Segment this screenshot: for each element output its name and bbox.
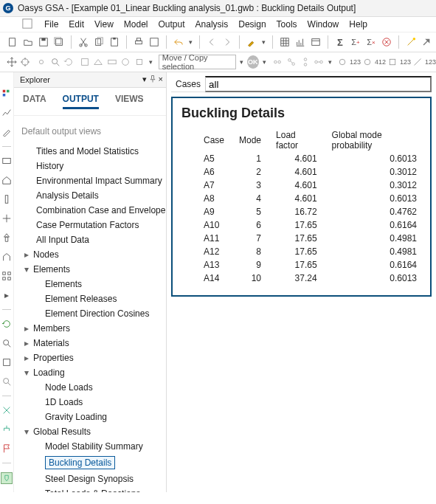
tree-environmental-impact-summary[interactable]: Environmental Impact Summary	[20, 173, 163, 188]
tree-members[interactable]: Members	[20, 321, 163, 336]
move-copy-selector[interactable]: Move / Copy selection	[159, 55, 236, 69]
menu-output[interactable]: Output	[159, 17, 185, 32]
zoom-icon[interactable]	[49, 55, 61, 69]
sigma-icon[interactable]: Σ	[333, 35, 347, 49]
paste-icon[interactable]	[108, 35, 121, 49]
strip-search-icon[interactable]	[1, 338, 12, 348]
tree-global-results[interactable]: Global Results	[20, 424, 163, 439]
tree-combination-case-and-envelope-d[interactable]: Combination Case and Envelope D	[20, 203, 163, 218]
target-icon[interactable]	[20, 55, 32, 69]
menu-analysis[interactable]: Analysis	[195, 17, 229, 32]
tree-case-permutation-factors[interactable]: Case Permutation Factors	[20, 218, 163, 232]
strip-home-icon[interactable]	[1, 175, 12, 185]
tree-history[interactable]: History	[20, 159, 163, 173]
close-icon[interactable]: ×	[159, 75, 163, 85]
strip-tree-icon[interactable]	[1, 424, 12, 435]
strip-graph-icon[interactable]	[1, 108, 12, 118]
arrow-left-icon[interactable]	[205, 35, 218, 49]
chain4-icon[interactable]	[313, 55, 325, 69]
unit-1[interactable]: 123	[338, 58, 361, 66]
view1-icon[interactable]	[79, 55, 91, 69]
grid-icon[interactable]	[278, 35, 291, 49]
menu-design[interactable]: Design	[238, 17, 266, 32]
cases-input[interactable]	[205, 76, 432, 92]
chain1-icon[interactable]	[272, 55, 284, 69]
strip-cross-icon[interactable]	[1, 213, 12, 224]
chain-dropdown[interactable]: ▾	[327, 58, 333, 66]
tree-buckling-details[interactable]: Buckling Details	[45, 454, 163, 472]
rotate-icon[interactable]	[63, 55, 75, 69]
tree-nodes[interactable]: Nodes	[20, 247, 163, 262]
unit-4[interactable]: 123	[413, 58, 436, 66]
tab-views[interactable]: VIEWS	[115, 94, 144, 109]
tree-titles-and-model-statistics[interactable]: Titles and Model Statistics	[20, 144, 163, 159]
strip-marker-icon[interactable]	[1, 472, 13, 484]
tree-materials[interactable]: Materials	[20, 336, 163, 351]
strip-box-icon[interactable]	[1, 156, 12, 166]
tree-gravity-loading[interactable]: Gravity Loading	[45, 410, 163, 424]
ok-button[interactable]: OK	[247, 55, 259, 69]
ok-dropdown[interactable]: ▾	[261, 58, 268, 66]
print-icon[interactable]	[132, 35, 145, 49]
tree-properties[interactable]: Properties	[20, 351, 163, 365]
strip-refresh-icon[interactable]	[1, 319, 12, 329]
hammer-icon[interactable]	[420, 35, 433, 49]
save-icon[interactable]	[37, 35, 50, 49]
move-icon[interactable]	[6, 55, 18, 69]
tab-output[interactable]: OUTPUT	[63, 94, 99, 109]
tree-model-stability-summary[interactable]: Model Stability Summary	[45, 439, 163, 454]
menu-window[interactable]: Window	[308, 17, 339, 32]
strip-pen-icon[interactable]	[1, 127, 12, 137]
strip-col-icon[interactable]	[1, 194, 12, 204]
explorer-dropdown-icon[interactable]: ▾	[142, 75, 147, 85]
strip-tri-icon[interactable]: ▸	[1, 290, 12, 300]
tree-all-input-data[interactable]: All Input Data	[20, 232, 163, 247]
strip-square-icon[interactable]	[1, 357, 12, 367]
table-icon[interactable]	[309, 35, 322, 49]
copy-icon[interactable]	[92, 35, 105, 49]
tree-node-loads[interactable]: Node Loads	[45, 380, 163, 395]
wand-icon[interactable]	[404, 35, 418, 49]
strip-up-icon[interactable]	[1, 232, 12, 243]
move-copy-dropdown[interactable]: ▾	[238, 58, 245, 66]
strip-house-icon[interactable]	[1, 252, 12, 262]
chart-icon[interactable]	[294, 35, 307, 49]
strip-scissors-icon[interactable]	[1, 405, 12, 415]
sigma-x-icon[interactable]: Σ×	[364, 35, 378, 49]
strip-layers-icon[interactable]	[1, 89, 12, 99]
arrow-right-icon[interactable]	[221, 35, 234, 49]
unit-2[interactable]: 412	[363, 58, 386, 66]
tree-1d-loads[interactable]: 1D Loads	[45, 395, 163, 410]
cancel-icon[interactable]	[380, 35, 393, 49]
unit-3[interactable]: 123	[388, 58, 411, 66]
open-icon[interactable]	[21, 35, 35, 49]
chain3-icon[interactable]	[300, 55, 311, 69]
menu-model[interactable]: Model	[124, 17, 148, 32]
save-all-icon[interactable]	[52, 35, 66, 49]
menu-help[interactable]: Help	[349, 17, 367, 32]
tree-total-loads-reactions[interactable]: Total Loads & Reactions	[45, 486, 163, 492]
tree-element-direction-cosines[interactable]: Element Direction Cosines	[45, 306, 163, 321]
preview-icon[interactable]	[148, 35, 161, 49]
undo-icon[interactable]	[172, 35, 185, 49]
view3-icon[interactable]	[106, 55, 118, 69]
view-dropdown[interactable]: ▾	[148, 58, 154, 66]
menu-view[interactable]: View	[94, 17, 114, 32]
brush-dropdown[interactable]: ▾	[260, 38, 267, 46]
cut-icon[interactable]	[77, 35, 90, 49]
tree-elements[interactable]: Elements	[45, 277, 163, 291]
tree-steel-design-synopsis[interactable]: Steel Design Synopsis	[45, 472, 163, 486]
sigma-plus-icon[interactable]: Σ+	[349, 35, 362, 49]
new-icon[interactable]	[6, 35, 19, 49]
tab-data[interactable]: DATA	[23, 94, 46, 109]
view5-icon[interactable]	[134, 55, 145, 69]
menu-tools[interactable]: Tools	[277, 17, 297, 32]
chain2-icon[interactable]	[286, 55, 297, 69]
strip-grid-icon[interactable]	[1, 271, 12, 281]
tree-analysis-details[interactable]: Analysis Details	[20, 188, 163, 203]
menu-edit[interactable]: Edit	[69, 17, 84, 32]
view2-icon[interactable]	[92, 55, 104, 69]
strip-search2-icon[interactable]	[1, 376, 12, 387]
link-icon[interactable]	[35, 55, 47, 69]
tree-loading[interactable]: Loading	[20, 365, 163, 380]
